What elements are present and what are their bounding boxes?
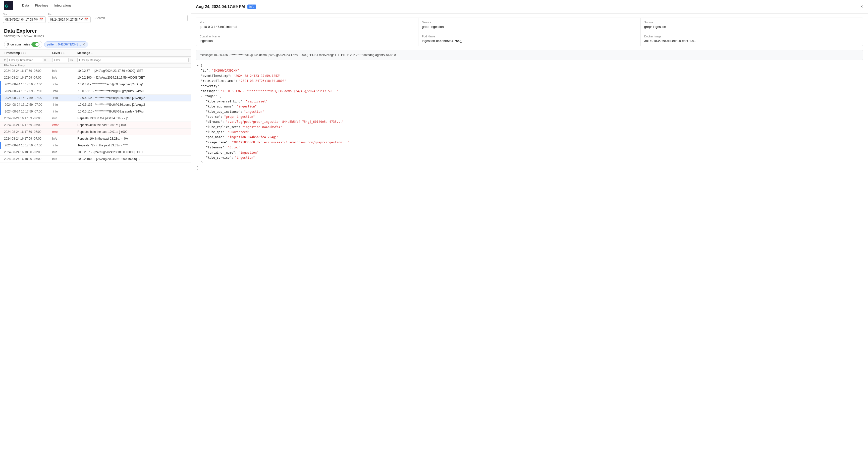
table-row[interactable]: 2024-08-24 16:17:59 -07:00 error Repeats… — [0, 122, 191, 129]
cell-timestamp: 2024-08-24 16:17:59 -07:00 — [0, 130, 50, 134]
container-name-value: ingestion — [200, 39, 415, 43]
pattern-close-icon[interactable]: ✕ — [82, 42, 85, 46]
message-sort-icon[interactable]: + — [91, 52, 93, 55]
message-filter-input[interactable] — [78, 58, 189, 62]
level-filter-input[interactable] — [52, 58, 68, 62]
pattern-badge: pattern: 0H2GHTEQHB... ✕ — [44, 41, 88, 47]
cell-message: 10.0.6.136 - ************f9c0@136.demo [… — [76, 102, 177, 107]
table-row[interactable]: 2024-08-24 16:17:59 -07:00 info 10.0.6.1… — [0, 101, 191, 108]
search-input[interactable] — [93, 15, 188, 21]
explorer-subtitle: Showing 2500 of >=2500 logs — [4, 34, 187, 38]
cell-level: info — [51, 96, 76, 100]
cell-level: error — [50, 130, 75, 134]
table-row[interactable]: 2024-08-24 16:18:00 -07:00 info 10.0.2.5… — [0, 149, 191, 156]
cell-message: Repeats 4x in the past 10.01s: [ +000 — [75, 123, 176, 127]
end-calendar-icon[interactable]: 📅 — [84, 18, 88, 22]
table-row[interactable]: 2024-08-24 16:17:59 -07:00 info Repeats … — [0, 142, 191, 149]
json-tag-kube_service: "kube_service": "ingestion" — [196, 155, 863, 160]
cell-timestamp: 2024-08-24 16:17:59 -07:00 — [0, 136, 50, 141]
meta-container-name: Container Name ingestion — [196, 32, 418, 46]
json-tags-close: } — [196, 160, 863, 165]
cell-message: 10.0.4.6 - ************f9c0@69.greprdev … — [76, 82, 177, 87]
cell-timestamp: 2024-08-24 16:18:00 -07:00 — [0, 157, 50, 161]
json-tag-source: "source": "grepr-ingestion" — [196, 114, 863, 119]
nav-data[interactable]: Data — [22, 3, 29, 7]
table-row[interactable]: 2024-08-24 16:17:59 -07:00 info Repeats … — [0, 135, 191, 142]
cell-level: info — [51, 102, 76, 107]
close-button[interactable]: × — [860, 4, 863, 9]
pod-name-label: Pod Name — [422, 35, 637, 38]
cell-message: 10.0.6.136 - ************f9c0@136.demo [… — [76, 96, 177, 100]
start-calendar-icon[interactable]: 📅 — [39, 18, 43, 22]
message-filter-cell — [75, 58, 191, 62]
cell-message: 10.0.2.57 - - [24/Aug/2024:23:17:59 +000… — [75, 69, 176, 73]
timestamp-filter-clear[interactable]: ✕ — [44, 59, 46, 62]
json-id: "id": "0H2GHYQA393XH" — [196, 68, 863, 73]
table-row[interactable]: 2024-08-24 16:17:59 -07:00 info 10.0.2.1… — [0, 74, 191, 81]
level-filter-clear[interactable]: ✕ — [69, 59, 72, 62]
json-received-ts: "receivedTimestamp": "2024-08-24T23:18:0… — [196, 78, 863, 84]
detail-title: Aug 24, 2024 04:17:59 PM — [196, 4, 245, 9]
timestamp-sort-icon[interactable]: ↑ ≡ + — [21, 52, 26, 55]
nav-integrations[interactable]: Integrations — [54, 3, 71, 7]
start-label: Start — [3, 13, 46, 16]
cell-level: info — [51, 143, 76, 147]
page-title: Data Explorer — [4, 28, 187, 34]
message-box: message: 10.0.6.136 - ************f9c0@1… — [196, 50, 863, 60]
cell-timestamp: 2024-08-24 16:17:59 -07:00 — [0, 75, 50, 80]
container-name-label: Container Name — [200, 35, 415, 38]
cell-level: info — [51, 82, 76, 87]
json-tag-kube_qos: "kube_qos": "Guaranteed" — [196, 130, 863, 135]
cell-message: 10.0.5.110 - ************f9c0@69.greprde… — [76, 109, 177, 114]
service-label: Service — [422, 21, 637, 24]
cell-message: Repeats 133x in the past 34.01s: - - [/ — [75, 116, 176, 121]
table-row[interactable]: 2024-08-24 16:18:00 -07:00 info 10.0.2.1… — [0, 156, 191, 162]
cell-message: 10.0.2.57 - - [24/Aug/2024:23:18:00 +000… — [75, 150, 176, 155]
json-tag-pod_name: "pod_name": "ingestion-844b5b5fc4-754gj" — [196, 135, 863, 140]
nav-pipelines[interactable]: Pipelines — [35, 3, 48, 7]
json-panel: ▾ {"id": "0H2GHYQA393XH""eventTimestamp"… — [196, 63, 863, 460]
level-sort-icon[interactable]: ≡ + — [61, 52, 65, 55]
table-row[interactable]: 2024-08-24 16:17:59 -07:00 info 10.0.5.1… — [0, 88, 191, 95]
end-date-input[interactable]: 08/24/2024 04:27:58 PM 📅 — [48, 16, 90, 23]
end-label: End — [48, 13, 90, 16]
right-panel: Aug 24, 2024 04:17:59 PM info × Host ip-… — [191, 0, 868, 460]
level-filter-dropdown[interactable]: ▾ — [72, 59, 73, 62]
left-panel: G Data Pipelines Integrations Start 08/2… — [0, 0, 191, 460]
cell-level: info — [50, 136, 75, 141]
filter-mode: Filter Mode: Fuzzy — [0, 64, 191, 68]
meta-pod-name: Pod Name ingestion-844b5b5fc4-754gj — [418, 32, 641, 46]
json-tag-kube_app_name: "kube_app_name": "ingestion" — [196, 104, 863, 109]
timestamp-filter-input[interactable] — [7, 58, 43, 62]
col-header-message: Message + — [75, 51, 191, 55]
table-row[interactable]: 2024-08-24 16:17:59 -07:00 info 10.0.4.6… — [0, 81, 191, 88]
cell-message: Repeats 4x in the past 10.01s: [ +000 — [75, 130, 176, 134]
toggle-switch[interactable] — [31, 42, 39, 47]
table-row[interactable]: 2024-08-24 16:17:59 -07:00 error Repeats… — [0, 129, 191, 135]
table-row[interactable]: 2024-08-24 16:17:59 -07:00 info Repeats … — [0, 115, 191, 122]
table-row[interactable]: 2024-08-24 16:17:59 -07:00 info 10.0.6.1… — [0, 95, 191, 101]
source-value: grepr-ingestion — [644, 25, 859, 29]
json-brace-open: ▾ { — [196, 63, 863, 68]
start-date-input[interactable]: 08/24/2024 04:17:58 PM 📅 — [3, 16, 46, 23]
cell-message: Repeats 16x in the past 28.28s: - - [/A — [75, 136, 176, 141]
host-label: Host — [200, 21, 415, 24]
cell-message: 10.0.2.100 - - [24/Aug/2024:23:17:59 +00… — [75, 75, 176, 80]
cell-timestamp: 2024-08-24 16:17:59 -07:00 — [1, 96, 51, 100]
cell-message: 10.0.5.110 - ************f9c0@69.greprde… — [76, 89, 177, 93]
cell-timestamp: 2024-08-24 16:17:59 -07:00 — [1, 143, 51, 147]
level-filter-cell: ✕ ▾ — [50, 58, 75, 62]
filter-bar: Show summaries pattern: 0H2GHTEQHB... ✕ — [0, 39, 191, 50]
info-badge: info — [247, 4, 256, 9]
json-tag-image_name: "image_name": "381491835868.dkr.ecr.us-e… — [196, 140, 863, 145]
cell-level: info — [50, 150, 75, 155]
table-row[interactable]: 2024-08-24 16:17:59 -07:00 info 10.0.5.1… — [0, 108, 191, 115]
cell-timestamp: 2024-08-24 16:17:59 -07:00 — [0, 116, 50, 121]
explorer-header: Data Explorer Showing 2500 of >=2500 log… — [0, 25, 191, 39]
cell-level: info — [50, 75, 75, 80]
docker-image-value: 381491835868.dkr.ecr.us-east-1.a... — [644, 39, 859, 43]
log-table: 2024-08-24 16:17:59 -07:00 info 10.0.2.5… — [0, 68, 191, 460]
show-summaries-toggle[interactable]: Show summaries — [4, 41, 42, 48]
table-row[interactable]: 2024-08-24 16:17:59 -07:00 info 10.0.2.5… — [0, 68, 191, 74]
pod-name-value: ingestion-844b5b5fc4-754gj — [422, 39, 637, 43]
